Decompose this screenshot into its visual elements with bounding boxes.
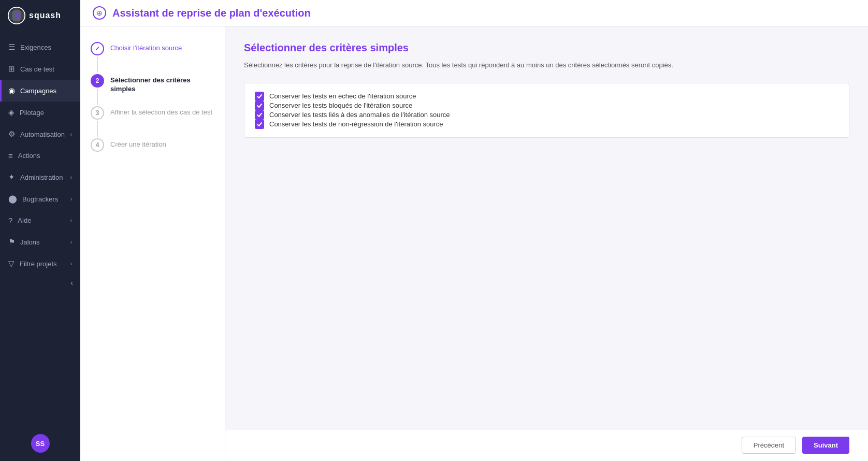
next-button[interactable]: Suivant — [802, 437, 849, 454]
automatisation-icon: ⚙ — [8, 129, 15, 139]
content-area: ✓ Choisir l'itération source 2 Sélection… — [80, 26, 868, 461]
step-circle-3: 3 — [91, 106, 104, 120]
step-circle-4: 4 — [91, 138, 104, 152]
sidebar-label-aide: Aide — [18, 217, 31, 224]
step-line-1 — [97, 57, 98, 73]
criteria-checkbox-c2[interactable] — [255, 101, 264, 110]
sidebar-label-cas-de-test: Cas de test — [20, 65, 54, 73]
step-label-3: Affiner la sélection des cas de test — [110, 106, 212, 117]
criteria-label-c2: Conserver les tests bloqués de l'itérati… — [269, 102, 412, 109]
sidebar-item-actions[interactable]: ≡ Actions — [0, 145, 80, 166]
checkmark-icon-c3 — [256, 112, 263, 118]
checkmark-icon-c2 — [256, 103, 263, 109]
sidebar-bottom: SS — [0, 429, 80, 461]
wizard-footer: Précédent Suivant — [225, 429, 868, 461]
filtre-projets-arrow-icon: › — [70, 261, 72, 267]
step-indicator-2: 2 — [91, 74, 104, 106]
criteria-checkbox-c1[interactable] — [255, 92, 264, 101]
step-circle-1: ✓ — [91, 42, 104, 55]
step-label-1: Choisir l'itération source — [110, 42, 182, 53]
sidebar-item-pilotage[interactable]: ◈ Pilotage — [0, 102, 80, 123]
exigences-icon: ☰ — [8, 42, 15, 52]
jalons-arrow-icon: › — [70, 239, 72, 245]
step-line-3 — [97, 121, 98, 137]
sidebar-label-pilotage: Pilotage — [20, 109, 44, 117]
administration-arrow-icon: › — [70, 175, 72, 180]
sidebar-item-jalons[interactable]: ⚑ Jalons › — [0, 231, 80, 253]
criteria-checkbox-c3[interactable] — [255, 110, 264, 120]
step-label-4: Créer une itération — [110, 138, 166, 149]
page-title: Assistant de reprise de plan d'exécution — [112, 7, 311, 19]
checkmark-icon-c1 — [256, 93, 263, 99]
criteria-label-c3: Conserver les tests liés à des anomalies… — [269, 111, 450, 119]
administration-icon: ✦ — [8, 172, 15, 182]
sidebar-item-bugtrackers[interactable]: ⬤ Bugtrackers › — [0, 188, 80, 210]
section-title: Sélectionner des critères simples — [244, 42, 849, 54]
sidebar-label-actions: Actions — [18, 152, 40, 160]
logo-area: squash — [0, 0, 80, 31]
sidebar-label-campagnes: Campagnes — [20, 87, 56, 95]
jalons-icon: ⚑ — [8, 237, 15, 247]
sidebar: squash ☰ Exigences ⊞ Cas de test ◉ Campa… — [0, 0, 80, 461]
step-circle-2: 2 — [91, 74, 104, 88]
wizard-step-4: 4 Créer une itération — [91, 138, 214, 152]
sidebar-label-exigences: Exigences — [20, 44, 51, 51]
filtre-projets-icon: ▽ — [8, 259, 15, 268]
sidebar-label-administration: Administration — [20, 174, 63, 181]
criteria-item-c2: Conserver les tests bloqués de l'itérati… — [255, 101, 838, 110]
step-indicator-1: ✓ — [91, 42, 104, 74]
sidebar-label-jalons: Jalons — [20, 238, 40, 246]
bugtrackers-arrow-icon: › — [70, 196, 72, 202]
user-avatar[interactable]: SS — [31, 434, 50, 453]
wizard-steps-panel: ✓ Choisir l'itération source 2 Sélection… — [80, 26, 225, 461]
bugtrackers-icon: ⬤ — [8, 194, 17, 204]
criteria-item-c1: Conserver les tests en échec de l'itérat… — [255, 92, 838, 101]
sidebar-nav: ☰ Exigences ⊞ Cas de test ◉ Campagnes ◈ … — [0, 31, 80, 429]
sidebar-item-filtre-projets[interactable]: ▽ Filtre projets › — [0, 253, 80, 275]
collapse-button[interactable]: ‹ — [0, 275, 80, 291]
sidebar-item-campagnes[interactable]: ◉ Campagnes — [0, 80, 80, 102]
step-indicator-3: 3 — [91, 106, 104, 138]
criteria-item-c4: Conserver les tests de non-régression de… — [255, 120, 838, 129]
criteria-label-c4: Conserver les tests de non-régression de… — [269, 120, 443, 128]
step-indicator-4: 4 — [91, 138, 104, 152]
squash-logo-icon — [7, 6, 26, 25]
sidebar-item-exigences[interactable]: ☰ Exigences — [0, 36, 80, 58]
wizard-step-3: 3 Affiner la sélection des cas de test — [91, 106, 214, 138]
step-label-2: Sélectionner des critères simples — [110, 74, 214, 94]
criteria-label-c1: Conserver les tests en échec de l'itérat… — [269, 92, 416, 100]
sidebar-label-automatisation: Automatisation — [20, 131, 65, 138]
page-header: ⊕ Assistant de reprise de plan d'exécuti… — [80, 0, 868, 26]
back-button[interactable]: ⊕ — [93, 6, 106, 20]
criteria-item-c3: Conserver les tests liés à des anomalies… — [255, 110, 838, 120]
checkmark-icon-c4 — [256, 121, 263, 127]
sidebar-label-filtre-projets: Filtre projets — [20, 260, 57, 268]
sidebar-item-administration[interactable]: ✦ Administration › — [0, 166, 80, 188]
sidebar-item-cas-de-test[interactable]: ⊞ Cas de test — [0, 58, 80, 80]
aide-icon: ? — [8, 216, 12, 225]
prev-button[interactable]: Précédent — [742, 437, 796, 454]
wizard-content-area: Sélectionner des critères simples Sélect… — [225, 26, 868, 429]
criteria-list: Conserver les tests en échec de l'itérat… — [244, 83, 849, 138]
step-line-2 — [97, 89, 98, 105]
pilotage-icon: ◈ — [8, 108, 15, 117]
wizard-main: Sélectionner des critères simples Sélect… — [225, 26, 868, 461]
logo-text: squash — [29, 11, 61, 20]
campagnes-icon: ◉ — [8, 86, 15, 95]
section-description: Sélectionnez les critères pour la repris… — [244, 60, 849, 70]
main-area: ⊕ Assistant de reprise de plan d'exécuti… — [80, 0, 868, 461]
svg-point-2 — [15, 13, 18, 17]
sidebar-item-aide[interactable]: ? Aide › — [0, 210, 80, 231]
wizard-step-1: ✓ Choisir l'itération source — [91, 42, 214, 74]
criteria-checkbox-c4[interactable] — [255, 120, 264, 129]
cas-de-test-icon: ⊞ — [8, 64, 15, 74]
sidebar-label-bugtrackers: Bugtrackers — [22, 195, 58, 203]
wizard-step-2: 2 Sélectionner des critères simples — [91, 74, 214, 106]
sidebar-item-automatisation[interactable]: ⚙ Automatisation › — [0, 123, 80, 145]
aide-arrow-icon: › — [70, 218, 72, 223]
actions-icon: ≡ — [8, 151, 13, 160]
automatisation-arrow-icon: › — [70, 132, 72, 137]
